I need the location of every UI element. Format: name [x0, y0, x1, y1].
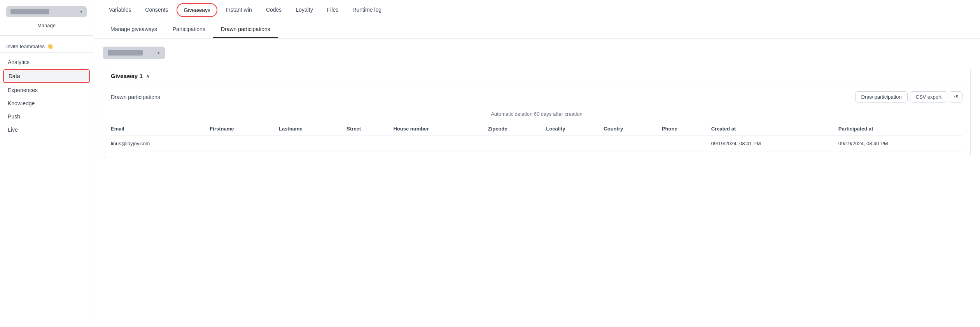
tab-runtime-log[interactable]: Runtime log [346, 1, 388, 19]
invite-teammates-label: Invite teammates [6, 43, 45, 49]
draw-participation-button[interactable]: Draw participation [855, 91, 907, 103]
tab-instant-win[interactable]: Instant win [220, 1, 258, 19]
filter-dropdown[interactable]: ▾ [103, 47, 165, 59]
sub-tab-participations[interactable]: Participations [165, 21, 213, 38]
tab-giveaways[interactable]: Giveaways [177, 3, 217, 17]
table-wrapper: Email Firstname Lastname Street House nu… [111, 121, 962, 151]
sub-tab-manage-giveaways[interactable]: Manage giveaways [103, 21, 165, 38]
sub-tab-bar: Manage giveaways Participations Drawn pa… [93, 20, 980, 39]
workspace-chevron-icon: ▾ [80, 9, 82, 14]
sidebar-item-push[interactable]: Push [3, 110, 90, 123]
giveaway-collapse-icon[interactable]: ∧ [146, 73, 150, 79]
tab-codes[interactable]: Codes [260, 1, 288, 19]
col-created-at: Created at [708, 121, 835, 136]
sidebar-item-data[interactable]: Data [3, 69, 90, 83]
invite-teammates-button[interactable]: Invite teammates 👋 [0, 40, 93, 53]
drawn-actions: Draw participation CSV export ↺ [855, 91, 962, 103]
col-zipcode: Zipcode [485, 121, 543, 136]
manage-link[interactable]: Manage [6, 22, 87, 29]
content-area: ▾ Giveaway 1 ∧ Drawn participations Draw… [93, 39, 980, 327]
table-head: Email Firstname Lastname Street House nu… [111, 121, 962, 136]
table-row: linus@loyjoy.com 09/19/2024, 08:41 PM [111, 136, 962, 151]
tab-files[interactable]: Files [321, 1, 345, 19]
giveaway-section: Giveaway 1 ∧ Drawn participations Draw p… [103, 67, 971, 158]
col-locality: Locality [543, 121, 600, 136]
drawn-participations-label: Drawn participations [111, 94, 160, 100]
cell-country [600, 136, 659, 151]
sidebar-item-knowledge[interactable]: Knowledge [3, 97, 90, 110]
tab-consents[interactable]: Consents [139, 1, 174, 19]
col-participated-at: Participated at [835, 121, 962, 136]
cell-participated-at: 09/19/2024, 08:40 PM [835, 136, 962, 151]
col-house-number: House number [390, 121, 485, 136]
col-country: Country [600, 121, 659, 136]
sidebar-item-analytics[interactable]: Analytics [3, 56, 90, 68]
sidebar-top: ▾ Manage [0, 6, 93, 36]
giveaway-title: Giveaway 1 [111, 73, 143, 79]
sidebar-item-live[interactable]: Live [3, 123, 90, 136]
cell-email: linus@loyjoy.com [111, 136, 206, 151]
filter-row: ▾ [103, 47, 971, 59]
cell-lastname [276, 136, 343, 151]
sidebar-item-experiences[interactable]: Experiences [3, 84, 90, 96]
cell-firstname [206, 136, 276, 151]
invite-teammates-emoji: 👋 [47, 43, 53, 49]
giveaway-header: Giveaway 1 ∧ [103, 67, 970, 85]
cell-zipcode [485, 136, 543, 151]
workspace-bar [10, 9, 49, 14]
cell-created-at: 09/19/2024, 08:41 PM [708, 136, 835, 151]
col-lastname: Lastname [276, 121, 343, 136]
workspace-selector[interactable]: ▾ [6, 6, 87, 17]
deletion-notice: Automatic deletion 60 days after creatio… [111, 107, 962, 121]
cell-locality [543, 136, 600, 151]
sub-tab-drawn-participations[interactable]: Drawn participations [213, 21, 278, 38]
table-header-row: Email Firstname Lastname Street House nu… [111, 121, 962, 136]
drawn-section: Drawn participations Draw participation … [103, 85, 970, 158]
cell-house-number [390, 136, 485, 151]
cell-street [343, 136, 390, 151]
main-content: Variables Consents Giveaways Instant win… [93, 0, 980, 327]
col-phone: Phone [659, 121, 708, 136]
table-body: linus@loyjoy.com 09/19/2024, 08:41 PM [111, 136, 962, 151]
top-tab-bar: Variables Consents Giveaways Instant win… [93, 0, 980, 20]
filter-dropdown-bar [108, 50, 143, 56]
tab-loyalty[interactable]: Loyalty [289, 1, 319, 19]
drawn-header: Drawn participations Draw participation … [111, 91, 962, 103]
tab-variables[interactable]: Variables [103, 1, 137, 19]
sidebar: ▾ Manage Invite teammates 👋 Analytics Da… [0, 0, 93, 327]
sidebar-nav: Analytics Data Experiences Knowledge Pus… [0, 56, 93, 137]
col-street: Street [343, 121, 390, 136]
csv-export-button[interactable]: CSV export [910, 91, 947, 103]
col-email: Email [111, 121, 206, 136]
col-firstname: Firstname [206, 121, 276, 136]
filter-chevron-icon: ▾ [158, 50, 160, 56]
participations-table: Email Firstname Lastname Street House nu… [111, 121, 962, 151]
cell-phone [659, 136, 708, 151]
refresh-button[interactable]: ↺ [950, 91, 962, 103]
